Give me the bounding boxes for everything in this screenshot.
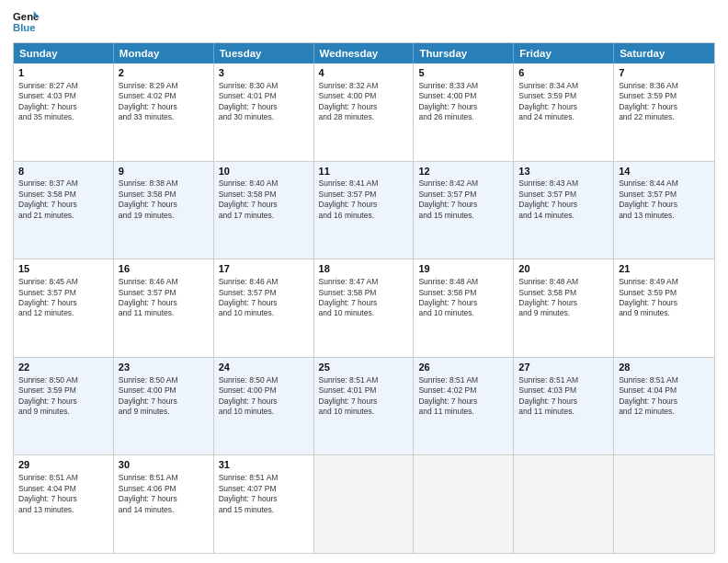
day-cell-15: 15Sunrise: 8:45 AMSunset: 3:57 PMDayligh… [14,259,114,357]
cell-info: Sunrise: 8:27 AMSunset: 4:03 PMDaylight:… [18,81,108,123]
day-number: 26 [418,361,508,374]
cell-info: Sunrise: 8:38 AMSunset: 3:58 PMDaylight:… [119,178,209,221]
day-number: 27 [518,361,609,374]
day-cell-23: 23Sunrise: 8:50 AMSunset: 4:00 PMDayligh… [114,358,214,455]
day-number: 18 [319,262,409,276]
day-number: 25 [319,361,409,374]
day-cell-26: 26Sunrise: 8:51 AMSunset: 4:02 PMDayligh… [414,358,514,455]
calendar-row-1: 1Sunrise: 8:27 AMSunset: 4:03 PMDaylight… [14,63,714,162]
day-number: 13 [518,165,609,178]
day-number: 10 [219,165,309,178]
day-cell-16: 16Sunrise: 8:46 AMSunset: 3:57 PMDayligh… [114,259,214,357]
day-cell-3: 3Sunrise: 8:30 AMSunset: 4:01 PMDaylight… [214,63,314,161]
day-number: 9 [119,165,209,178]
day-number: 14 [619,165,710,178]
cell-info: Sunrise: 8:32 AMSunset: 4:00 PMDaylight:… [319,81,409,123]
page: General Blue SundayMondayTuesdayWednesda… [0,0,728,563]
day-number: 12 [418,165,508,178]
cell-info: Sunrise: 8:40 AMSunset: 3:58 PMDaylight:… [219,178,309,221]
cell-info: Sunrise: 8:34 AMSunset: 3:59 PMDaylight:… [518,81,609,123]
day-number: 16 [119,262,209,276]
day-cell-12: 12Sunrise: 8:42 AMSunset: 3:57 PMDayligh… [414,162,514,259]
day-cell-31: 31Sunrise: 8:51 AMSunset: 4:07 PMDayligh… [214,455,314,553]
day-cell-14: 14Sunrise: 8:44 AMSunset: 3:57 PMDayligh… [614,162,714,259]
cell-info: Sunrise: 8:33 AMSunset: 4:00 PMDaylight:… [418,81,508,123]
cell-info: Sunrise: 8:51 AMSunset: 4:04 PMDaylight:… [619,375,710,418]
header: General Blue [13,9,715,35]
cell-info: Sunrise: 8:42 AMSunset: 3:57 PMDaylight:… [418,178,508,221]
day-number: 11 [319,165,409,178]
logo: General Blue [13,9,39,35]
cell-info: Sunrise: 8:30 AMSunset: 4:01 PMDaylight:… [219,81,309,123]
day-cell-10: 10Sunrise: 8:40 AMSunset: 3:58 PMDayligh… [214,162,314,259]
cell-info: Sunrise: 8:51 AMSunset: 4:02 PMDaylight:… [418,375,508,418]
cell-info: Sunrise: 8:51 AMSunset: 4:03 PMDaylight:… [518,375,609,418]
day-cell-28: 28Sunrise: 8:51 AMSunset: 4:04 PMDayligh… [614,358,714,455]
cell-info: Sunrise: 8:51 AMSunset: 4:07 PMDaylight:… [219,473,309,515]
calendar-row-3: 15Sunrise: 8:45 AMSunset: 3:57 PMDayligh… [14,259,714,358]
day-cell-30: 30Sunrise: 8:51 AMSunset: 4:06 PMDayligh… [114,455,214,553]
calendar-row-4: 22Sunrise: 8:50 AMSunset: 3:59 PMDayligh… [14,358,714,456]
day-number: 5 [418,66,508,80]
day-number: 24 [219,361,309,374]
day-cell-27: 27Sunrise: 8:51 AMSunset: 4:03 PMDayligh… [514,358,614,455]
day-cell-11: 11Sunrise: 8:41 AMSunset: 3:57 PMDayligh… [314,162,415,259]
cell-info: Sunrise: 8:50 AMSunset: 3:59 PMDaylight:… [18,375,108,418]
day-number: 6 [518,66,609,80]
empty-cell-r4c4 [414,455,514,553]
calendar-header: SundayMondayTuesdayWednesdayThursdayFrid… [14,43,714,63]
calendar-row-5: 29Sunrise: 8:51 AMSunset: 4:04 PMDayligh… [14,455,714,553]
day-number: 20 [518,262,609,276]
day-number: 22 [18,361,108,374]
header-day-sunday: Sunday [14,43,114,63]
header-day-monday: Monday [114,43,214,63]
cell-info: Sunrise: 8:44 AMSunset: 3:57 PMDaylight:… [619,178,710,221]
day-number: 30 [119,458,209,472]
cell-info: Sunrise: 8:51 AMSunset: 4:01 PMDaylight:… [319,375,409,418]
day-number: 17 [219,262,309,276]
header-day-wednesday: Wednesday [314,43,415,63]
day-number: 28 [619,361,710,374]
day-number: 7 [619,66,710,80]
day-number: 29 [18,458,108,472]
cell-info: Sunrise: 8:46 AMSunset: 3:57 PMDaylight:… [119,277,209,319]
cell-info: Sunrise: 8:48 AMSunset: 3:58 PMDaylight:… [418,277,508,319]
day-number: 1 [18,66,108,80]
day-cell-20: 20Sunrise: 8:48 AMSunset: 3:58 PMDayligh… [514,259,614,357]
day-cell-13: 13Sunrise: 8:43 AMSunset: 3:57 PMDayligh… [514,162,614,259]
calendar-body: 1Sunrise: 8:27 AMSunset: 4:03 PMDaylight… [14,63,714,553]
day-cell-19: 19Sunrise: 8:48 AMSunset: 3:58 PMDayligh… [414,259,514,357]
cell-info: Sunrise: 8:37 AMSunset: 3:58 PMDaylight:… [18,178,108,221]
empty-cell-r4c6 [614,455,714,553]
cell-info: Sunrise: 8:51 AMSunset: 4:04 PMDaylight:… [18,473,108,515]
day-cell-7: 7Sunrise: 8:36 AMSunset: 3:59 PMDaylight… [614,63,714,161]
day-number: 23 [119,361,209,374]
day-cell-29: 29Sunrise: 8:51 AMSunset: 4:04 PMDayligh… [14,455,114,553]
day-cell-6: 6Sunrise: 8:34 AMSunset: 3:59 PMDaylight… [514,63,614,161]
cell-info: Sunrise: 8:47 AMSunset: 3:58 PMDaylight:… [319,277,409,319]
calendar-row-2: 8Sunrise: 8:37 AMSunset: 3:58 PMDaylight… [14,162,714,260]
empty-cell-r4c3 [314,455,415,553]
day-number: 15 [18,262,108,276]
header-day-thursday: Thursday [414,43,514,63]
header-day-tuesday: Tuesday [214,43,314,63]
day-cell-5: 5Sunrise: 8:33 AMSunset: 4:00 PMDaylight… [414,63,514,161]
calendar: SundayMondayTuesdayWednesdayThursdayFrid… [13,42,715,554]
day-cell-18: 18Sunrise: 8:47 AMSunset: 3:58 PMDayligh… [314,259,415,357]
day-cell-1: 1Sunrise: 8:27 AMSunset: 4:03 PMDaylight… [14,63,114,161]
svg-text:Blue: Blue [13,22,36,33]
header-day-friday: Friday [514,43,614,63]
empty-cell-r4c5 [514,455,614,553]
cell-info: Sunrise: 8:36 AMSunset: 3:59 PMDaylight:… [619,81,710,123]
day-cell-22: 22Sunrise: 8:50 AMSunset: 3:59 PMDayligh… [14,358,114,455]
day-number: 31 [219,458,309,472]
cell-info: Sunrise: 8:43 AMSunset: 3:57 PMDaylight:… [518,178,609,221]
day-cell-8: 8Sunrise: 8:37 AMSunset: 3:58 PMDaylight… [14,162,114,259]
cell-info: Sunrise: 8:46 AMSunset: 3:57 PMDaylight:… [219,277,309,319]
day-number: 21 [619,262,710,276]
cell-info: Sunrise: 8:48 AMSunset: 3:58 PMDaylight:… [518,277,609,319]
day-number: 4 [319,66,409,80]
day-number: 19 [418,262,508,276]
day-cell-9: 9Sunrise: 8:38 AMSunset: 3:58 PMDaylight… [114,162,214,259]
day-cell-4: 4Sunrise: 8:32 AMSunset: 4:00 PMDaylight… [314,63,415,161]
